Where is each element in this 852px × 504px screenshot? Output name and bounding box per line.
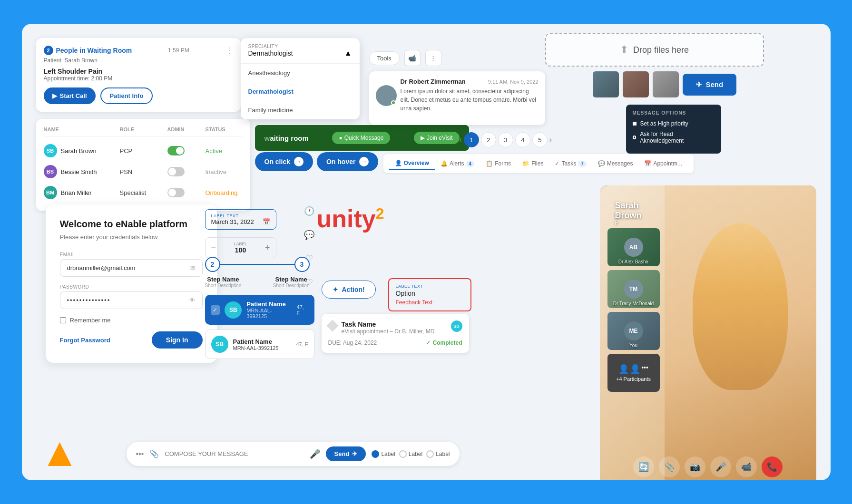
send-message-button[interactable]: Send ✈ xyxy=(326,446,366,461)
eye-icon: 👁 xyxy=(189,297,196,304)
specialty-option[interactable]: Family medicine xyxy=(241,101,360,119)
tab-appointments[interactable]: 📅 Appointm... xyxy=(638,157,688,170)
page-button-3[interactable]: 3 xyxy=(498,132,513,147)
tab-tasks[interactable]: ✓ Tasks 7 xyxy=(549,157,592,170)
wr-condition: Left Shoulder Pain xyxy=(44,68,233,75)
admin-toggle[interactable] xyxy=(167,167,185,176)
microphone-btn[interactable]: 🎤 xyxy=(710,456,731,477)
email-field[interactable]: drbrianmiller@gmail.com ✉ xyxy=(60,259,203,277)
video-thumb-you: ME You xyxy=(607,312,660,350)
label-text-input[interactable]: LABEL TEXT Option Feedback Text xyxy=(388,278,471,311)
image-thumbnail xyxy=(623,71,649,97)
tab-files[interactable]: 📁 Files xyxy=(517,157,549,170)
chat-text: Lorem ipsum dolor sit amet, consectetur … xyxy=(401,87,539,113)
bike-icon-btn[interactable]: 🔄 xyxy=(633,456,654,477)
screenshot-btn[interactable]: 📷 xyxy=(685,456,705,477)
tab-overview[interactable]: 👤 Overview xyxy=(389,157,435,170)
radio-empty xyxy=(399,450,407,458)
forgot-password-link[interactable]: Forgot Password xyxy=(60,337,110,344)
tab-alerts[interactable]: 🔔 Alerts 4 xyxy=(435,157,480,170)
remember-me-checkbox[interactable] xyxy=(60,317,66,323)
heartbeat-icon[interactable]: ♡ xyxy=(303,252,316,265)
clock-icon[interactable]: 🕐 xyxy=(303,204,316,218)
tools-button[interactable]: Tools xyxy=(369,51,400,65)
prev-page-button[interactable]: ‹ xyxy=(460,136,462,144)
radio-option-3[interactable]: Label xyxy=(426,450,450,458)
email-icon: ✉ xyxy=(190,264,196,271)
action-button[interactable]: ✦ Action! xyxy=(322,281,376,299)
attachment-icon[interactable]: 📎 xyxy=(149,449,159,458)
next-page-button[interactable]: › xyxy=(549,136,552,144)
drop-files-zone[interactable]: ⬆ Drop files here xyxy=(545,33,764,67)
end-call-btn[interactable]: 📞 xyxy=(762,456,783,477)
video-thumb-tracy: TM Dr Tracy McDonald xyxy=(607,270,660,308)
comment-icon[interactable]: 💬 xyxy=(303,228,316,242)
more-options-button[interactable]: ⋮ xyxy=(425,50,441,66)
patient-info-button[interactable]: Patient Info xyxy=(100,87,153,104)
increment-button[interactable]: + xyxy=(265,243,270,253)
specialty-header[interactable]: SPECIALITY Dermathologist ▲ xyxy=(241,38,360,64)
user-table-panel: NAME ROLE ADMIN STATUS SB Sarah Brown PC… xyxy=(36,119,250,211)
on-hover-button[interactable]: On hover → xyxy=(317,152,378,171)
heart-icon[interactable]: ♡ xyxy=(303,276,316,289)
wr-menu-icon[interactable]: ⋮ xyxy=(225,46,233,55)
page-button-2[interactable]: 2 xyxy=(481,132,496,147)
decrement-button[interactable]: − xyxy=(211,243,216,253)
microphone-icon[interactable]: 🎤 xyxy=(310,449,320,459)
send-button[interactable]: ✈ Send xyxy=(683,74,737,96)
number-input[interactable]: − LABEL 100 + xyxy=(205,237,276,258)
upload-icon: ⬆ xyxy=(620,44,628,56)
interaction-panel: On click → On hover → xyxy=(255,152,379,171)
join-evisit-button[interactable]: ▶ Join eVisit xyxy=(414,132,459,144)
login-subtitle: Please enter your credentials below xyxy=(60,233,203,241)
task-icon xyxy=(326,320,338,331)
radio-option-2[interactable]: Label xyxy=(399,450,422,458)
more-icon[interactable]: ••• xyxy=(136,450,144,458)
chat-panel: Dr Robert Zimmerman 9:11 AM, Nov 9, 2022… xyxy=(369,71,545,125)
chat-message-body: Dr Robert Zimmerman 9:11 AM, Nov 9, 2022… xyxy=(401,78,539,113)
attachment-btn[interactable]: 📎 xyxy=(659,456,680,477)
tab-forms[interactable]: 📋 Forms xyxy=(480,157,517,170)
video-thumb-alex: AB Dr Alex Bashir xyxy=(607,228,660,266)
pagination: ‹ 1 2 3 4 5 › xyxy=(460,132,552,147)
start-call-button[interactable]: ▶ Start Call xyxy=(44,87,96,104)
video-main: Sarah Brown 27, F AB Dr Alex Bashir TM D… xyxy=(600,185,816,480)
user-name-cell: BS Bessie Smith xyxy=(44,165,120,178)
specialty-option-selected[interactable]: Dermathologist xyxy=(241,82,360,101)
camera-btn[interactable]: 📹 xyxy=(736,456,757,477)
status-badge: Onboarding xyxy=(206,189,253,196)
message-bottom-bar: ••• 📎 🎤 Send ✈ Label Label Label xyxy=(127,442,460,466)
page-button-5[interactable]: 5 xyxy=(532,132,548,147)
specialty-option[interactable]: Anesthesiology xyxy=(241,64,360,82)
table-row: BS Bessie Smith PSN Inactive xyxy=(44,161,243,182)
check-icon: ✓ xyxy=(211,305,220,315)
radio-label-group: Label Label Label xyxy=(372,450,450,458)
avatar: BS xyxy=(44,165,57,178)
page-button-4[interactable]: 4 xyxy=(515,132,530,147)
send-icon: ✈ xyxy=(352,450,357,457)
avatar: SB xyxy=(44,144,57,157)
msg-option-high-priority[interactable]: Set as High priority xyxy=(633,120,715,127)
sign-in-button[interactable]: Sign In xyxy=(152,331,203,349)
stepper: 2 3 Step Name Short Description Step Nam… xyxy=(205,257,310,288)
compose-message-input[interactable] xyxy=(165,450,304,457)
admin-toggle[interactable] xyxy=(167,146,185,155)
specialty-value-row: Dermathologist ▲ xyxy=(248,49,352,58)
status-badge: Active xyxy=(206,147,253,155)
task-footer: DUE: Aug 24, 2022 ✓ Completed xyxy=(328,339,462,346)
admin-toggle[interactable] xyxy=(167,188,185,197)
date-input[interactable]: LABEL TEXT March 31, 2022 📅 xyxy=(205,209,276,230)
page-button-1[interactable]: 1 xyxy=(464,132,479,147)
on-click-button[interactable]: On click → xyxy=(255,152,313,171)
msg-option-read-ack[interactable]: Ask for Read Aknowledgement xyxy=(633,131,715,144)
radio-option-1[interactable]: Label xyxy=(372,450,395,458)
password-field[interactable]: •••••••••••••• 👁 xyxy=(60,291,203,309)
radio-empty xyxy=(426,450,434,458)
video-btn[interactable]: 📹 xyxy=(404,50,421,66)
user-name-cell: BM Brian Miller xyxy=(44,186,120,199)
video-thumb-label: Dr Tracy McDonald xyxy=(607,301,660,306)
quick-message-button[interactable]: ● Quick Message xyxy=(332,132,390,144)
patient-card[interactable]: SB Patient Name MRN-AAL-3992125 47, F xyxy=(205,330,314,359)
patient-card-selected[interactable]: ✓ SB Patient Name MRN-AAL-3992125 47, F xyxy=(205,295,314,325)
tab-messages[interactable]: 💬 Messages xyxy=(592,157,639,170)
